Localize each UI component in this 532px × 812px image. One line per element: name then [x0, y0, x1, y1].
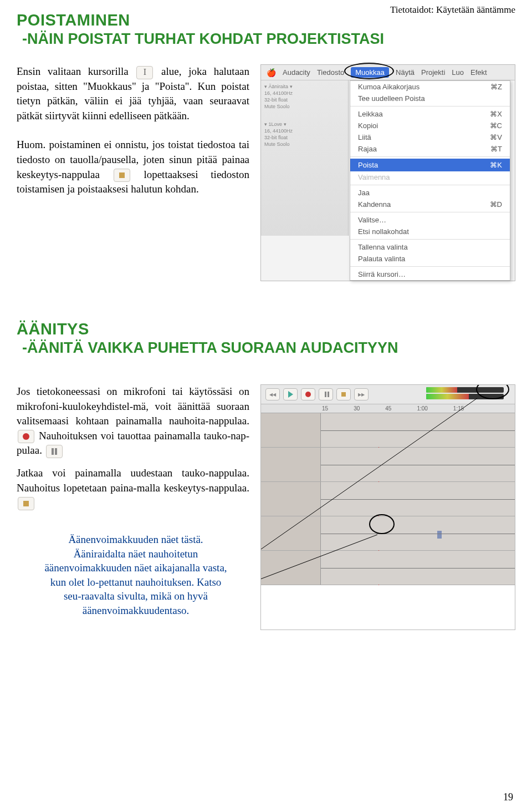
tracks-area [261, 413, 515, 585]
audio-track[interactable] [261, 448, 515, 482]
dd-item[interactable]: Siirrä kursori… [350, 268, 510, 280]
menubar: 🍎 Audacity Tiedosto Muokkaa Näytä Projek… [261, 65, 515, 80]
apple-menu-icon[interactable]: 🍎 [267, 68, 276, 77]
audio-track[interactable] [261, 482, 515, 516]
track-controls[interactable] [261, 551, 321, 585]
ruler-tick: 1:15 [453, 405, 464, 412]
dd-item[interactable]: Tallenna valinta [350, 241, 510, 253]
section1-subtitle: -NÄIN POISTAT TURHAT KOHDAT PROJEKTISTAS… [22, 31, 515, 48]
menubar-muokkaa-label: Muokkaa [355, 68, 385, 77]
edit-dropdown: Kumoa Aikakorjaus⌘Z Tee uudelleen Poista… [350, 80, 510, 281]
dd-item: Vaimenna [350, 171, 510, 183]
stop-button[interactable] [336, 388, 351, 400]
bubble-text: Äänenvoimakkuuden näet tästä. Ääniraidal… [28, 522, 244, 630]
waveform-area[interactable] [321, 482, 515, 516]
menubar-app[interactable]: Audacity [283, 68, 310, 77]
waveform-area[interactable] [321, 516, 515, 550]
dd-sep [350, 239, 510, 240]
page-number: 19 [503, 791, 513, 803]
menubar-item[interactable]: Efekt [470, 68, 487, 77]
fast-forward-button[interactable] [354, 388, 369, 400]
s2-p1a: Jos tietokoneessasi on mikrofoni tai käy… [17, 385, 249, 427]
menubar-item[interactable]: Luo [452, 68, 464, 77]
recorded-waveform [437, 531, 442, 539]
ruler-tick: 45 [385, 405, 391, 412]
dd-item[interactable]: Leikkaa⌘X [350, 108, 510, 120]
audacity-menu-screenshot: 🍎 Audacity Tiedosto Muokkaa Näytä Projek… [260, 64, 515, 281]
dd-sep [350, 266, 510, 267]
track-controls[interactable] [261, 482, 321, 516]
waveform-area[interactable] [321, 413, 515, 447]
s1-p1a: Ensin valitaan kursorilla [17, 65, 129, 77]
dd-item[interactable]: Valitse… [350, 214, 510, 226]
page-header-right: Tietotaidot: Käytetään ääntämme [390, 4, 515, 16]
s2-p2: Jatkaa voi painamalla uudestaan tauko-na… [17, 467, 249, 494]
ibeam-cursor-icon [136, 66, 153, 79]
dd-item[interactable]: Etsi nollakohdat [350, 226, 510, 237]
dd-item[interactable]: Kahdenna⌘D [350, 199, 510, 210]
section2-subtitle: -ÄÄNITÄ VAIKKA PUHETTA SUORAAN AUDACITYY… [22, 339, 515, 357]
track-controls[interactable] [261, 413, 321, 447]
stop-button-icon [18, 497, 34, 510]
section2-title: ÄÄNITYS [17, 320, 515, 338]
highlight-circle-icon [369, 514, 395, 534]
section-poistaminen: POISTAMINEN -NÄIN POISTAT TURHAT KOHDAT … [0, 11, 532, 281]
dd-sep [350, 106, 510, 106]
section2-body: Jos tietokoneessasi on mikrofoni tai käy… [17, 384, 249, 630]
dd-item[interactable]: Kumoa Aikakorjaus⌘Z [350, 81, 510, 93]
transport-toolbar [261, 385, 515, 404]
dd-item[interactable]: Rajaa⌘T [350, 143, 510, 155]
ruler-tick: 1:00 [417, 405, 427, 412]
dd-item[interactable]: Palauta valinta [350, 253, 510, 265]
track-panel: ▾ Ääniraita ▾ 16, 44100Hz 32-bit float M… [261, 80, 349, 236]
dd-sep [350, 156, 510, 157]
dd-sep [350, 185, 510, 185]
callout-bubble: Äänenvoimakkuuden näet tästä. Ääniraidal… [28, 522, 249, 630]
ruler-tick: 30 [354, 405, 360, 412]
section1-body: Ensin valitaan kursorilla alue, joka hal… [17, 64, 249, 281]
menubar-item[interactable]: Näytä [396, 68, 415, 77]
timeline-ruler[interactable]: 15 30 45 1:00 1:15 [261, 404, 515, 413]
dd-sep [350, 212, 510, 212]
audacity-recording-screenshot: 15 30 45 1:00 1:15 [260, 384, 515, 630]
ruler-tick: 15 [322, 405, 328, 412]
waveform-area[interactable] [321, 448, 515, 481]
pause-button-icon [46, 445, 63, 458]
menubar-item-muokkaa[interactable]: Muokkaa [351, 67, 389, 78]
pause-button[interactable] [319, 388, 333, 400]
menubar-item[interactable]: Projekti [421, 68, 445, 77]
dd-item[interactable]: Liitä⌘V [350, 131, 510, 143]
play-button[interactable] [283, 388, 298, 400]
track-controls[interactable] [261, 516, 321, 550]
record-button-icon [18, 430, 34, 443]
stop-button-icon [114, 169, 130, 182]
menubar-item[interactable]: Tiedosto [317, 68, 344, 77]
dd-item[interactable]: Kopioi⌘C [350, 120, 510, 131]
record-button[interactable] [301, 388, 315, 400]
dd-item-poista[interactable]: Poista⌘K [350, 159, 510, 171]
section-aanitys: ÄÄNITYS -ÄÄNITÄ VAIKKA PUHETTA SUORAAN A… [0, 320, 532, 630]
audio-track[interactable] [261, 413, 515, 448]
dd-item[interactable]: Tee uudelleen Poista [350, 93, 510, 104]
audio-track[interactable] [261, 551, 515, 585]
track-controls[interactable] [261, 448, 321, 481]
rewind-button[interactable] [265, 388, 280, 400]
dd-item[interactable]: Jaa [350, 187, 510, 199]
waveform-area[interactable] [321, 551, 515, 585]
